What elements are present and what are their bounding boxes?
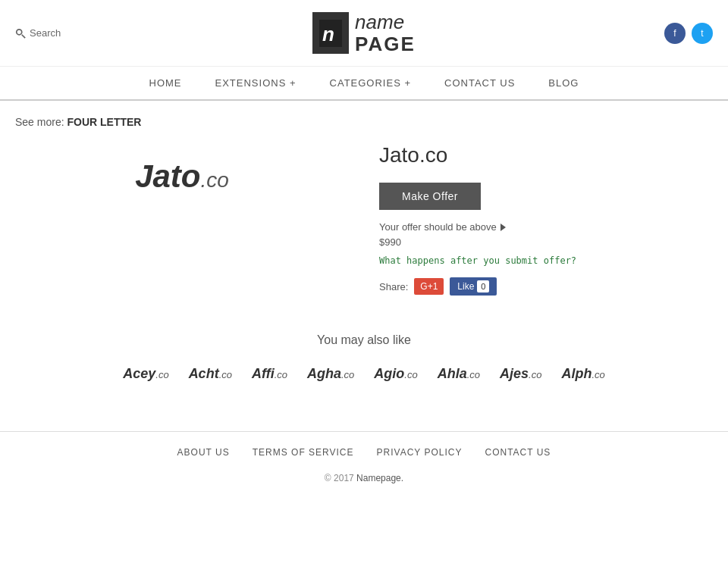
product-full-name: Jato.co [379, 143, 447, 167]
product-logo-display: Jato.co [135, 158, 229, 195]
domain-item[interactable]: Ajes.co [494, 362, 548, 386]
logo-n-svg: n [319, 20, 342, 47]
domain-ext: .co [219, 369, 232, 380]
domain-ext: .co [404, 369, 417, 380]
offer-price: $990 [379, 236, 713, 248]
gplus-button[interactable]: G+1 [414, 278, 444, 295]
offer-arrow-icon [500, 224, 506, 231]
domain-name: Ajes [500, 366, 529, 381]
domain-name: Agio [374, 366, 404, 381]
fb-like-count: 0 [477, 280, 489, 292]
footer-link-about[interactable]: ABOUT US [177, 447, 230, 458]
domain-ext: .co [341, 369, 354, 380]
domain-name: Acht [189, 366, 219, 381]
domain-item[interactable]: Acht.co [183, 362, 238, 386]
search-icon [15, 28, 26, 39]
footer-link-privacy[interactable]: PRIVACY POLICY [377, 447, 463, 458]
main-nav: HOME EXTENSIONS + CATEGORIES + CONTACT U… [0, 67, 728, 101]
footer-brand-link[interactable]: Namepage. [356, 473, 403, 483]
facebook-icon: f [673, 28, 676, 39]
offer-hint: Your offer should be above [379, 221, 713, 233]
logo-icon: n [312, 12, 349, 54]
svg-text:n: n [322, 23, 334, 45]
product-section: Jato.co Jato.co Make Offer Your offer sh… [15, 143, 713, 296]
also-like-section: You may also like Acey.coAcht.coAffi.coA… [15, 333, 713, 386]
domain-name: Alph [561, 366, 592, 381]
product-ext-display: .co [201, 168, 229, 192]
share-row: Share: G+1 Like 0 [379, 277, 713, 296]
footer-copy-year: © 2017 [325, 473, 354, 483]
twitter-icon: t [701, 28, 703, 39]
logo-name: name [355, 11, 416, 33]
product-logo-area: Jato.co [15, 143, 349, 296]
domain-item[interactable]: Ahla.co [431, 362, 486, 386]
facebook-like-button[interactable]: Like 0 [450, 277, 497, 296]
share-label: Share: [379, 281, 408, 292]
offer-hint-text: Your offer should be above [379, 221, 497, 233]
header: Search n name PAGE f t [0, 0, 728, 67]
see-more-label: See more: [15, 116, 64, 128]
breadcrumb: See more: FOUR LETTER [15, 116, 713, 128]
domain-item[interactable]: Affi.co [246, 362, 293, 386]
make-offer-button[interactable]: Make Offer [379, 183, 481, 210]
footer-copy: © 2017 Namepage. [15, 473, 713, 483]
svg-point-0 [17, 29, 22, 34]
domains-grid: Acey.coAcht.coAffi.coAgha.coAgio.coAhla.… [15, 362, 713, 386]
nav-item-home[interactable]: HOME [133, 67, 199, 99]
footer-link-contact[interactable]: CONTACT US [485, 447, 551, 458]
facebook-button[interactable]: f [664, 23, 686, 44]
logo-page: PAGE [355, 33, 416, 55]
footer-link-terms[interactable]: TERMS OF SERVICE [253, 447, 354, 458]
search-label: Search [30, 27, 61, 39]
offer-link[interactable]: What happens after you submit offer? [379, 255, 713, 266]
domain-item[interactable]: Agio.co [368, 362, 423, 386]
also-like-title: You may also like [15, 333, 713, 347]
domain-name: Agha [307, 366, 341, 381]
domain-ext: .co [529, 369, 541, 380]
domain-name: Ahla [438, 366, 467, 381]
domain-ext: .co [467, 369, 480, 380]
footer: ABOUT USTERMS OF SERVICEPRIVACY POLICYCO… [0, 431, 728, 499]
breadcrumb-link[interactable]: FOUR LETTER [67, 116, 141, 128]
domain-ext: .co [155, 369, 168, 380]
svg-line-1 [22, 34, 25, 37]
logo[interactable]: n name PAGE [312, 11, 416, 55]
domain-ext: .co [275, 369, 287, 380]
domain-name: Affi [252, 366, 275, 381]
domain-ext: .co [592, 369, 604, 380]
nav-item-blog[interactable]: BLOG [532, 67, 595, 99]
nav-item-categories[interactable]: CATEGORIES + [313, 67, 428, 99]
main-content: See more: FOUR LETTER Jato.co Jato.co Ma… [0, 101, 728, 431]
footer-links: ABOUT USTERMS OF SERVICEPRIVACY POLICYCO… [15, 447, 713, 458]
domain-item[interactable]: Agha.co [301, 362, 360, 386]
product-title: Jato.co [379, 143, 713, 167]
domain-item[interactable]: Alph.co [555, 362, 610, 386]
nav-item-extensions[interactable]: EXTENSIONS + [199, 67, 313, 99]
header-social: f t [664, 23, 713, 44]
logo-text: name PAGE [355, 11, 416, 55]
domain-name: Acey [123, 366, 155, 381]
nav-item-contact[interactable]: CONTACT US [428, 67, 532, 99]
product-info: Jato.co Make Offer Your offer should be … [379, 143, 713, 296]
domain-item[interactable]: Acey.co [117, 362, 174, 386]
product-name-display: Jato [135, 158, 200, 194]
search-button[interactable]: Search [15, 27, 61, 39]
twitter-button[interactable]: t [692, 23, 713, 44]
fb-like-label: Like [457, 281, 474, 292]
